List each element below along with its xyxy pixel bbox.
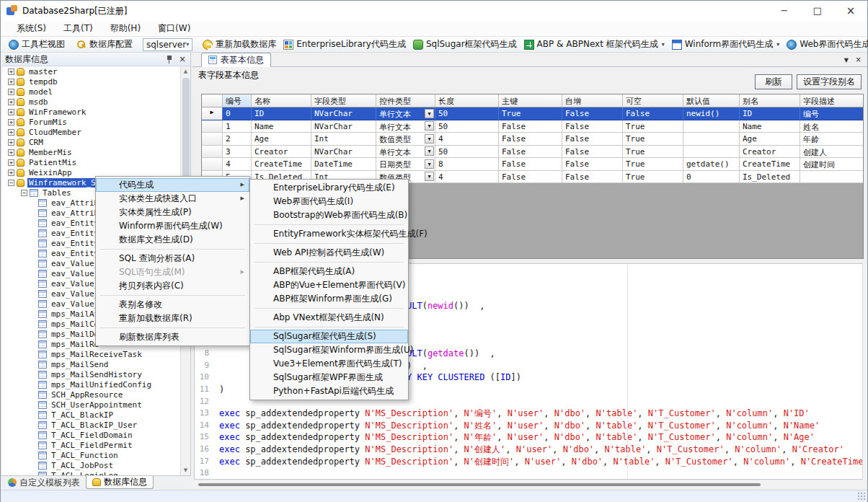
tree-item[interactable]: mps_MailReceiveTask (2, 349, 181, 359)
grid-cell[interactable]: False (499, 158, 562, 171)
grid-column-header[interactable]: 自增 (562, 94, 623, 107)
tree-item[interactable]: T_ACL_FieldDomain (2, 430, 181, 440)
grid-cell[interactable]: ID (252, 107, 311, 120)
grid-cell[interactable]: NVarChar (311, 107, 376, 120)
tab-list-dropdown-icon[interactable]: ▼ (844, 57, 849, 63)
dropdown-button[interactable]: ▼ (425, 146, 434, 156)
scrollbar-thumb[interactable] (198, 483, 761, 486)
context-menu-item[interactable]: SQL 查询分析器(A) (96, 252, 249, 265)
tree-item[interactable]: SCH_AppResource (2, 389, 181, 400)
context-menu-item[interactable]: 刷新数据库列表 (96, 330, 249, 344)
submenu-item[interactable]: ABP框架代码生成(A) (250, 265, 408, 278)
maximize-button[interactable]: □ (801, 1, 834, 21)
tree-item[interactable]: mps_MailUnifiedConfig (2, 379, 181, 389)
grid-column-header[interactable]: 控件类型 (376, 94, 435, 107)
submenu-item[interactable]: Web API控制器代码生成(W) (250, 246, 408, 260)
context-menu-item[interactable]: 表别名修改 (96, 298, 249, 312)
tab-custom-templates[interactable]: 自定义模板列表 (2, 476, 86, 489)
grid-cell[interactable]: 年龄 (800, 133, 864, 146)
grid-cell[interactable]: ID (740, 107, 800, 120)
tree-item[interactable]: T_ACL_BlackIP_User (2, 420, 181, 430)
row-header-cell[interactable] (202, 133, 223, 146)
grid-cell[interactable]: 2 (223, 133, 252, 146)
grid-cell[interactable]: 单行文本▼ (376, 107, 435, 120)
grid-cell[interactable]: 4 (435, 133, 499, 146)
grid-cell[interactable] (800, 171, 864, 184)
tree-item[interactable]: +WinFramework (2, 107, 181, 117)
grid-cell[interactable]: 50 (435, 107, 499, 120)
grid-cell[interactable]: Int (311, 133, 376, 146)
grid-cell[interactable]: 50 (435, 146, 499, 159)
pin-icon[interactable] (166, 55, 173, 63)
toolbar-button[interactable]: SqlSugar框架代码生成 (409, 38, 521, 51)
grid-cell[interactable]: getdate() (683, 158, 740, 171)
tree-item[interactable]: +msdb (2, 97, 181, 107)
tree-item[interactable]: +master (2, 66, 181, 76)
grid-cell[interactable]: True (623, 120, 683, 133)
grid-cell[interactable]: 日期类型▼ (376, 158, 435, 171)
grid-column-header[interactable]: 字段类型 (311, 94, 376, 107)
tab-table-basic-info[interactable]: 表基本信息 (201, 53, 271, 67)
submenu-item[interactable]: ABP框架Winform界面生成(G) (250, 292, 408, 306)
grid-cell[interactable]: True (623, 133, 683, 146)
grid-cell[interactable]: 8 (435, 158, 499, 171)
tree-item[interactable]: T_ACL_BlackIP (2, 410, 181, 420)
grid-cell[interactable] (683, 120, 740, 133)
grid-cell[interactable]: 姓名 (800, 120, 864, 133)
submenu-item[interactable]: ABP的Vue+Element界面代码(V) (250, 278, 408, 292)
submenu-item[interactable]: Python+FastApi后端代码生成 (250, 384, 408, 398)
grid-cell[interactable]: False (562, 107, 623, 120)
grid-cell[interactable]: False (499, 133, 562, 146)
context-menu-item[interactable]: 实体类生成快速入口▶ (96, 192, 249, 206)
grid-cell[interactable]: DateTime (311, 158, 376, 171)
grid-cell[interactable]: True (623, 171, 683, 184)
row-header-cell[interactable] (202, 158, 223, 171)
grid-cell[interactable]: 单行文本▼ (376, 146, 435, 159)
tree-expander[interactable]: + (8, 69, 14, 75)
toolbar-button[interactable]: 工具栏视图 (5, 38, 68, 51)
grid-cell[interactable]: 50 (435, 120, 499, 133)
tree-expander[interactable]: − (21, 190, 27, 196)
context-menu-item[interactable]: SQL语句生成(M)▶ (96, 265, 249, 279)
grid-cell[interactable]: CreateTime (740, 158, 800, 171)
tree-expander[interactable]: + (8, 139, 14, 146)
grid-cell[interactable]: Creator (740, 146, 800, 159)
grid-cell[interactable] (683, 146, 740, 159)
tree-expander[interactable]: − (8, 180, 14, 186)
tree-item[interactable]: +CloudMember (2, 127, 181, 137)
grid-column-header[interactable]: 默认值 (683, 94, 740, 107)
grid-cell[interactable]: False (499, 171, 562, 184)
grid-cell[interactable]: Creator (252, 146, 311, 159)
connection-combo[interactable]: sqlserver▾ (143, 38, 192, 51)
tree-expander[interactable]: + (8, 109, 14, 115)
grid-cell[interactable]: False (623, 107, 683, 120)
dropdown-button[interactable]: ▼ (425, 121, 434, 131)
tree-expander[interactable]: + (8, 129, 14, 136)
context-menu-item[interactable]: 拷贝列表内容(C) (96, 279, 249, 293)
row-header-cell[interactable] (202, 146, 223, 159)
grid-cell[interactable]: False (499, 120, 562, 133)
grid-cell[interactable]: False (499, 146, 562, 159)
grid-column-header[interactable]: 长度 (435, 94, 499, 107)
submenu-item[interactable]: SqlSugar框架Winform界面生成(U) (250, 343, 408, 357)
toolbar-button[interactable]: 重新加载数据库 (199, 38, 280, 51)
toolbar-button[interactable]: ABP & ABPNext 框架代码生成▾ (521, 38, 668, 51)
tree-item[interactable]: mps_MailSendHistory (2, 369, 181, 379)
code-horizontal-scrollbar[interactable] (194, 481, 864, 488)
tree-expander[interactable]: + (8, 89, 14, 95)
grid-cell[interactable]: 数值类型▼ (376, 133, 435, 146)
tree-item[interactable]: T_ACL_JobPost (2, 460, 181, 470)
menubar-item[interactable]: 工具(T) (55, 21, 102, 36)
code-vertical-scrollbar[interactable] (862, 263, 867, 480)
submenu-item[interactable]: EntityFramework实体框架代码生成(F) (250, 227, 408, 241)
tree-item[interactable]: T_ACL_FieldPermit (2, 440, 181, 450)
panel-close-icon[interactable]: × (179, 54, 186, 64)
grid-row[interactable]: 2AgeInt数值类型▼4FalseFalseTrueAge年龄 (202, 133, 863, 146)
tree-item[interactable]: mps_MailSend (2, 359, 181, 369)
grid-cell[interactable]: 创建人 (800, 146, 864, 159)
tree-expander[interactable]: + (8, 149, 14, 156)
tree-expander[interactable]: + (8, 169, 14, 176)
menubar-item[interactable]: 窗口(W) (149, 21, 199, 36)
grid-cell[interactable]: False (562, 171, 623, 184)
grid-cell[interactable]: newid() (683, 107, 740, 120)
